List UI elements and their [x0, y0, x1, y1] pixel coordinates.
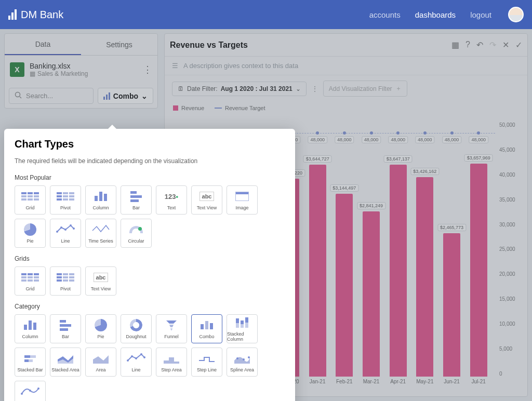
tile-label: Step Area [161, 367, 182, 372]
svg-marker-7 [166, 320, 177, 324]
svg-point-6 [73, 228, 75, 230]
chart-type-tile-stacked-column[interactable]: Stacked Column [227, 314, 258, 343]
tile-icon [56, 352, 75, 365]
chart-type-tile-bar[interactable]: Bar [121, 185, 152, 215]
svg-marker-12 [93, 355, 109, 364]
chart-type-tile-text[interactable]: 123•Text [156, 185, 187, 215]
tile-icon [233, 316, 251, 329]
chart-type-tile-grid[interactable]: Grid [15, 266, 46, 296]
chart-types-popup: Chart Types The required fields will be … [4, 129, 295, 401]
chart-type-tile-pie[interactable]: Pie [85, 314, 116, 343]
tile-icon [21, 352, 39, 365]
tile-icon [21, 190, 39, 203]
tile-label: Text [167, 205, 176, 210]
tile-label: Grid [25, 205, 34, 210]
tile-icon [56, 271, 75, 284]
top-nav: accounts dashboards logout [369, 7, 524, 22]
tile-icon [21, 271, 39, 284]
nav-accounts[interactable]: accounts [369, 10, 401, 19]
tile-icon [21, 223, 39, 236]
svg-marker-18 [164, 357, 179, 364]
tile-label: Image [235, 205, 248, 210]
tile-icon [91, 223, 110, 236]
tile-label: Pivot [60, 286, 71, 291]
popup-title: Chart Types [15, 138, 285, 150]
svg-point-24 [37, 387, 39, 390]
chart-type-tile-spline-area[interactable]: Spline Area [227, 347, 258, 377]
svg-point-19 [236, 357, 238, 359]
svg-point-4 [64, 229, 66, 231]
chart-type-tile-step-area[interactable]: Step Area [156, 347, 187, 377]
tile-icon [162, 352, 181, 365]
tile-label: Pie [26, 238, 33, 244]
chart-type-tile-pivot[interactable]: Pivot [50, 266, 81, 296]
chart-type-tile-circular[interactable]: Circular [121, 219, 152, 248]
svg-point-16 [140, 353, 142, 355]
chart-type-tile-time-series[interactable]: Time Series [85, 219, 116, 248]
chart-type-tile-grid[interactable]: Grid [15, 185, 46, 215]
tile-label: Line [131, 367, 140, 372]
top-bar: DM Bank accounts dashboards logout [0, 0, 532, 29]
chart-type-tile-column[interactable]: Column [15, 314, 46, 343]
logo: DM Bank [8, 9, 63, 21]
tile-icon: abc [91, 271, 110, 284]
chart-type-tile-stacked-bar[interactable]: Stacked Bar [15, 347, 46, 377]
chart-type-tile-spline[interactable]: Spline [15, 381, 46, 401]
tile-label: Bar [132, 205, 140, 210]
tile-icon [197, 318, 216, 332]
tile-icon [56, 223, 75, 236]
chart-type-tile-area[interactable]: Area [85, 347, 116, 377]
tile-label: Circular [128, 238, 144, 244]
app-title: DM Bank [21, 9, 63, 21]
tile-icon [197, 352, 216, 365]
chart-type-tile-combo[interactable]: Combo [191, 314, 222, 343]
svg-point-3 [60, 226, 62, 229]
tile-label: Funnel [164, 334, 179, 339]
chart-type-tile-step-line[interactable]: Step Line [191, 347, 222, 377]
chart-type-tile-text-view[interactable]: abcText View [191, 185, 222, 215]
chart-type-tile-line[interactable]: Line [50, 219, 81, 248]
tile-icon [56, 190, 75, 203]
svg-point-21 [248, 356, 250, 358]
chart-type-tile-bar[interactable]: Bar [50, 314, 81, 343]
logo-icon [8, 9, 17, 20]
tile-label: Step Line [197, 367, 217, 372]
chart-type-tile-doughnut[interactable]: Doughnut [121, 314, 152, 343]
chart-type-tile-funnel[interactable]: Funnel [156, 314, 187, 343]
tile-label: Pie [97, 334, 104, 339]
chart-type-tile-column[interactable]: Column [85, 185, 116, 215]
svg-point-17 [143, 356, 145, 358]
chart-type-tile-image[interactable]: Image [227, 185, 258, 215]
tile-icon [127, 190, 145, 203]
tile-icon [233, 190, 251, 203]
tile-icon [127, 223, 145, 236]
svg-marker-8 [169, 325, 174, 327]
tile-label: Grid [25, 286, 34, 291]
tile-icon [91, 318, 110, 332]
avatar[interactable] [508, 7, 524, 22]
chart-type-tile-pivot[interactable]: Pivot [50, 185, 81, 215]
tile-label: Line [61, 238, 70, 244]
svg-point-5 [70, 224, 72, 226]
tile-label: Stacked Area [51, 367, 79, 372]
tile-icon [21, 318, 39, 332]
tile-icon [162, 318, 181, 332]
svg-point-23 [29, 390, 31, 392]
svg-point-22 [21, 393, 23, 395]
tile-label: Time Series [88, 238, 113, 244]
svg-marker-9 [170, 328, 172, 330]
chart-type-tile-pie[interactable]: Pie [15, 219, 46, 248]
nav-logout[interactable]: logout [470, 10, 491, 19]
chart-type-tile-line[interactable]: Line [121, 347, 152, 377]
tile-label: Area [96, 367, 105, 372]
section-header: Category [15, 303, 285, 310]
tile-label: Bar [62, 334, 69, 339]
tile-label: Column [92, 205, 109, 210]
section-header: Most Popular [15, 174, 285, 181]
chart-type-tile-stacked-area[interactable]: Stacked Area [50, 347, 81, 377]
tile-label: Pivot [60, 205, 71, 210]
chart-type-tile-text-view[interactable]: abcText View [85, 266, 116, 296]
tile-label: Text View [91, 286, 111, 291]
popup-note: The required fields will be indicated de… [15, 157, 285, 165]
nav-dashboards[interactable]: dashboards [415, 10, 456, 19]
